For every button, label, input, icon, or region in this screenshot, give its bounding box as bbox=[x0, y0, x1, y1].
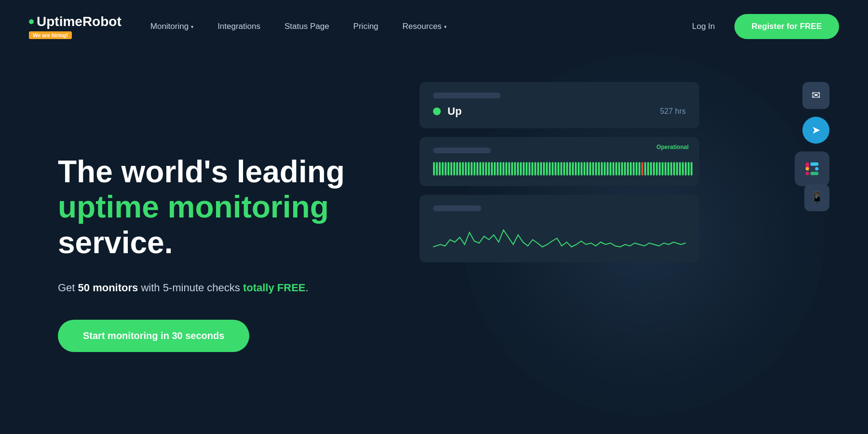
mobile-icon: 📱 bbox=[804, 184, 829, 211]
monitor-card-line bbox=[420, 195, 699, 262]
nav-resources[interactable]: Resources ▾ bbox=[403, 22, 447, 31]
bar-chart bbox=[433, 160, 686, 176]
status-hours: 527 hrs bbox=[660, 107, 686, 116]
monitor-card-status: Up 527 hrs bbox=[420, 82, 699, 128]
login-link[interactable]: Log In bbox=[692, 22, 715, 31]
nav-integrations[interactable]: Integrations bbox=[217, 22, 260, 31]
nav-status-page[interactable]: Status Page bbox=[285, 22, 329, 31]
chevron-down-icon: ▾ bbox=[191, 24, 193, 29]
card-title-bar bbox=[433, 93, 501, 98]
svg-rect-4 bbox=[810, 172, 818, 175]
telegram-icon: ➤ bbox=[802, 117, 829, 144]
slack-icon bbox=[795, 151, 829, 186]
cta-button[interactable]: Start monitoring in 30 seconds bbox=[58, 320, 249, 352]
nav-actions: Log In Register for FREE bbox=[692, 14, 839, 39]
notification-icons: ✉ ➤ 📱 bbox=[756, 82, 829, 211]
status-row: Up 527 hrs bbox=[433, 105, 686, 118]
svg-rect-2 bbox=[810, 163, 818, 166]
status-label: Up bbox=[448, 105, 461, 118]
logo-dot bbox=[29, 19, 34, 24]
register-button[interactable]: Register for FREE bbox=[734, 14, 839, 39]
logo-area: UptimeRobot We are hiring! bbox=[29, 14, 122, 39]
hero-title-white: service. bbox=[58, 225, 173, 260]
nav-links: Monitoring ▾ Integrations Status Page Pr… bbox=[150, 22, 692, 31]
email-icon: ✉ bbox=[802, 82, 829, 109]
monitor-cards: Up 527 hrs Operational bbox=[420, 82, 699, 262]
hero-content: The world's leading uptime monitoring se… bbox=[58, 154, 395, 353]
line-chart bbox=[433, 218, 686, 252]
card-title-bar bbox=[433, 205, 481, 211]
hero-title-green: uptime monitoring bbox=[58, 190, 329, 224]
slack-logo-svg bbox=[803, 160, 821, 178]
hero-title-line1: The world's leading bbox=[58, 154, 345, 189]
status-dot-up bbox=[433, 108, 441, 115]
nav-pricing[interactable]: Pricing bbox=[353, 22, 379, 31]
svg-rect-5 bbox=[806, 167, 809, 170]
logo-text: UptimeRobot bbox=[37, 14, 122, 29]
hero-visual: Up 527 hrs Operational bbox=[395, 72, 820, 434]
svg-rect-1 bbox=[806, 172, 809, 175]
hiring-badge: We are hiring! bbox=[29, 31, 72, 39]
operational-label: Operational bbox=[656, 144, 689, 150]
nav-monitoring[interactable]: Monitoring ▾ bbox=[150, 22, 193, 31]
hero-subtitle: Get 50 monitors with 5-minute checks tot… bbox=[58, 280, 395, 296]
navbar: UptimeRobot We are hiring! Monitoring ▾ … bbox=[0, 0, 868, 53]
card-title-bar bbox=[433, 148, 491, 153]
line-chart-svg bbox=[433, 218, 686, 252]
monitor-card-bar: Operational bbox=[420, 137, 699, 186]
hero-section: The world's leading uptime monitoring se… bbox=[0, 53, 868, 434]
logo[interactable]: UptimeRobot bbox=[29, 14, 122, 29]
hero-title: The world's leading uptime monitoring se… bbox=[58, 154, 395, 261]
svg-rect-3 bbox=[815, 167, 818, 170]
chevron-down-icon: ▾ bbox=[444, 24, 447, 29]
